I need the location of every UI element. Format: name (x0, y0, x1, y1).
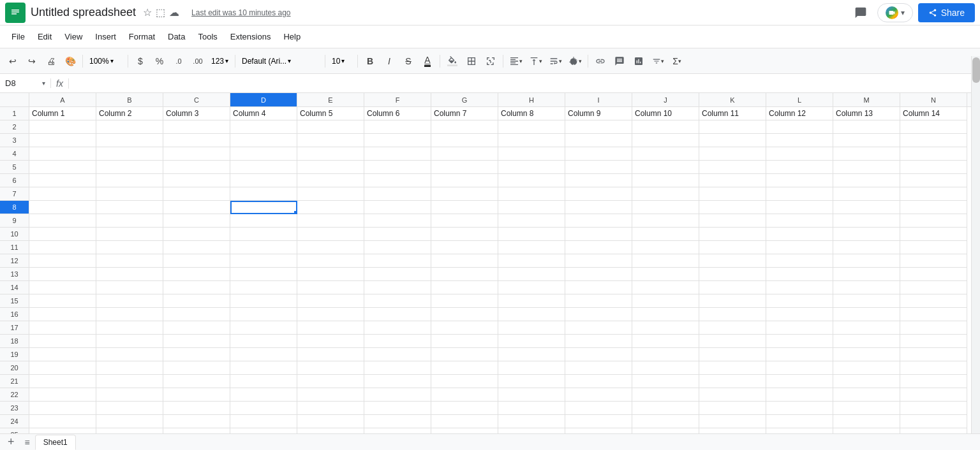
cell-C6[interactable] (163, 174, 230, 187)
cell-A25[interactable] (29, 428, 96, 433)
sheet-tab-1[interactable]: Sheet1 (35, 435, 76, 450)
cell-J20[interactable] (632, 361, 699, 375)
cell-N17[interactable] (900, 321, 967, 335)
decimal-00-button[interactable]: .00 (189, 52, 207, 70)
cell-B25[interactable] (96, 428, 163, 433)
menu-help[interactable]: Help (277, 29, 307, 44)
cell-B14[interactable] (96, 281, 163, 294)
cell-G1[interactable]: Column 7 (431, 107, 498, 120)
cell-A15[interactable] (29, 294, 96, 308)
cell-D18[interactable] (230, 335, 297, 348)
strikethrough-button[interactable]: S (399, 52, 417, 70)
cell-H8[interactable] (498, 201, 565, 214)
cell-G7[interactable] (431, 187, 498, 201)
cell-D7[interactable] (230, 187, 297, 201)
cell-K7[interactable] (699, 187, 766, 201)
cell-A22[interactable] (29, 388, 96, 402)
cell-K11[interactable] (699, 241, 766, 254)
cell-N2[interactable] (900, 120, 967, 134)
cell-C12[interactable] (163, 254, 230, 268)
add-sheet-button[interactable]: + (3, 434, 20, 450)
cell-G2[interactable] (431, 120, 498, 134)
row-num-17[interactable]: 17 (0, 321, 29, 335)
cell-H5[interactable] (498, 161, 565, 174)
cell-M7[interactable] (833, 187, 900, 201)
cell-F12[interactable] (364, 254, 431, 268)
col-header-e[interactable]: E (297, 93, 364, 106)
cell-A17[interactable] (29, 321, 96, 335)
cell-H24[interactable] (498, 415, 565, 428)
cell-A4[interactable] (29, 147, 96, 161)
cell-N11[interactable] (900, 241, 967, 254)
cell-M12[interactable] (833, 254, 900, 268)
row-num-25[interactable]: 25 (0, 428, 29, 433)
col-header-m[interactable]: M (833, 93, 900, 106)
cell-E12[interactable] (297, 254, 364, 268)
cell-C9[interactable] (163, 214, 230, 228)
cell-C13[interactable] (163, 268, 230, 281)
cell-B17[interactable] (96, 321, 163, 335)
cell-C1[interactable]: Column 3 (163, 107, 230, 120)
cell-E2[interactable] (297, 120, 364, 134)
row-num-9[interactable]: 9 (0, 214, 29, 228)
cell-N14[interactable] (900, 281, 967, 294)
cell-B18[interactable] (96, 335, 163, 348)
cell-N23[interactable] (900, 402, 967, 415)
cell-E17[interactable] (297, 321, 364, 335)
cell-H2[interactable] (498, 120, 565, 134)
meet-button[interactable]: ▾ (877, 3, 913, 22)
row-num-4[interactable]: 4 (0, 147, 29, 161)
cell-C3[interactable] (163, 134, 230, 147)
more-formats-select[interactable]: 123 ▾ (208, 53, 232, 69)
cell-H23[interactable] (498, 402, 565, 415)
cell-E20[interactable] (297, 361, 364, 375)
zoom-select[interactable]: 100% ▾ (86, 53, 124, 69)
cell-M24[interactable] (833, 415, 900, 428)
cell-E9[interactable] (297, 214, 364, 228)
cell-D10[interactable] (230, 228, 297, 241)
row-num-22[interactable]: 22 (0, 388, 29, 402)
cell-G18[interactable] (431, 335, 498, 348)
cell-J9[interactable] (632, 214, 699, 228)
row-num-1[interactable]: 1 (0, 107, 29, 120)
cell-D20[interactable] (230, 361, 297, 375)
cell-M15[interactable] (833, 294, 900, 308)
cell-L10[interactable] (766, 228, 833, 241)
col-header-c[interactable]: C (163, 93, 230, 106)
cell-I23[interactable] (565, 402, 632, 415)
function-button[interactable]: Σ ▾ (668, 52, 686, 70)
cell-G4[interactable] (431, 147, 498, 161)
cell-I21[interactable] (565, 375, 632, 388)
cell-A13[interactable] (29, 268, 96, 281)
cell-M16[interactable] (833, 308, 900, 321)
cell-I13[interactable] (565, 268, 632, 281)
cell-J5[interactable] (632, 161, 699, 174)
cell-A23[interactable] (29, 402, 96, 415)
menu-tools[interactable]: Tools (191, 29, 223, 44)
cell-N8[interactable] (900, 201, 967, 214)
cell-B21[interactable] (96, 375, 163, 388)
cell-M6[interactable] (833, 174, 900, 187)
cell-E3[interactable] (297, 134, 364, 147)
cell-G16[interactable] (431, 308, 498, 321)
cell-L5[interactable] (766, 161, 833, 174)
cell-I3[interactable] (565, 134, 632, 147)
cell-F22[interactable] (364, 388, 431, 402)
cell-J6[interactable] (632, 174, 699, 187)
cell-C25[interactable] (163, 428, 230, 433)
col-header-g[interactable]: G (431, 93, 498, 106)
cell-C14[interactable] (163, 281, 230, 294)
percent-button[interactable]: % (151, 52, 168, 70)
cell-F10[interactable] (364, 228, 431, 241)
cell-K24[interactable] (699, 415, 766, 428)
cell-N19[interactable] (900, 348, 967, 361)
cell-I24[interactable] (565, 415, 632, 428)
cell-D5[interactable] (230, 161, 297, 174)
cell-B12[interactable] (96, 254, 163, 268)
cell-N25[interactable] (900, 428, 967, 433)
cell-G6[interactable] (431, 174, 498, 187)
italic-button[interactable]: I (380, 52, 398, 70)
decimal-zero-button[interactable]: .0 (170, 52, 188, 70)
cell-G11[interactable] (431, 241, 498, 254)
cell-E19[interactable] (297, 348, 364, 361)
